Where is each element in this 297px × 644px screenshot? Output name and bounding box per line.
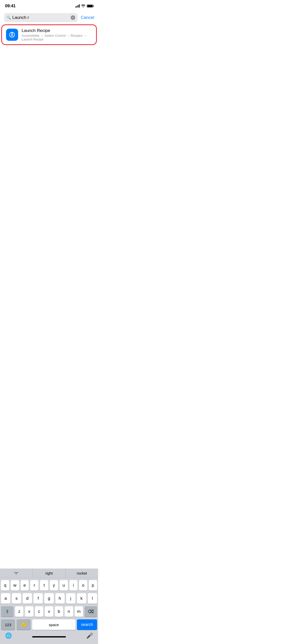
- result-icon: [6, 29, 18, 41]
- status-time: 09:41: [5, 4, 16, 9]
- search-result-item[interactable]: Launch Recipe Accessibility → Switch Con…: [2, 25, 96, 44]
- signal-icon: [75, 5, 80, 8]
- search-icon: 🔍: [7, 16, 11, 20]
- svg-line-4: [12, 35, 13, 36]
- content-area: [0, 45, 98, 146]
- search-field[interactable]: 🔍 Launch r ×: [4, 13, 78, 22]
- status-icons: [75, 4, 93, 8]
- status-bar: 09:41: [0, 0, 98, 11]
- cancel-button[interactable]: Cancel: [81, 15, 94, 20]
- result-text: Launch Recipe Accessibility → Switch Con…: [22, 28, 92, 41]
- result-breadcrumb: Accessibility → Switch Control → Recipes…: [22, 34, 92, 41]
- wifi-icon: [81, 4, 85, 8]
- search-results: Launch Recipe Accessibility → Switch Con…: [0, 25, 98, 44]
- clear-button[interactable]: ×: [71, 15, 75, 20]
- search-bar-container: 🔍 Launch r × Cancel: [0, 11, 98, 24]
- search-query: Launch r: [12, 15, 69, 20]
- result-title: Launch Recipe: [22, 28, 92, 33]
- battery-icon: [87, 5, 93, 8]
